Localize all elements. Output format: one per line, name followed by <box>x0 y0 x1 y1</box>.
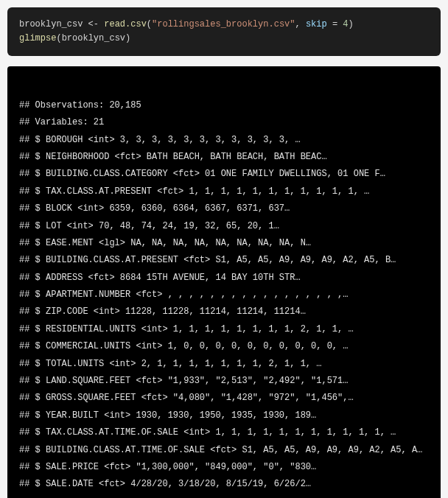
output-line: ## $ GROSS.SQUARE.FEET <fct> "4,080", "1… <box>19 390 429 407</box>
output-line: ## $ TAX.CLASS.AT.PRESENT <fct> 1, 1, 1,… <box>19 183 429 200</box>
output-observations: ## Observations: 20,185 <box>19 97 429 114</box>
output-line: ## $ SALE.PRICE <fct> "1,300,000", "849,… <box>19 459 429 476</box>
console-output-block: ## Observations: 20,185## Variables: 21#… <box>7 66 441 498</box>
output-line: ## $ ZIP.CODE <int> 11228, 11228, 11214,… <box>19 304 429 320</box>
output-line: ## $ TOTAL.UNITS <int> 2, 1, 1, 1, 1, 1,… <box>19 356 429 373</box>
code-input-block: brooklyn_csv <- read.csv("rollingsales_b… <box>7 7 441 56</box>
output-line: ## $ APARTMENT.NUMBER <fct> , , , , , , … <box>19 287 429 304</box>
output-line: ## $ SALE.DATE <fct> 4/28/20, 3/18/20, 8… <box>19 476 429 493</box>
code-line-1: brooklyn_csv <- read.csv("rollingsales_b… <box>19 19 354 29</box>
output-line: ## $ BUILDING.CLASS.AT.TIME.OF.SALE <fct… <box>19 442 429 459</box>
output-line: ## $ LAND.SQUARE.FEET <fct> "1,933", "2,… <box>19 373 429 390</box>
output-line: ## $ EASE.MENT <lgl> NA, NA, NA, NA, NA,… <box>19 235 429 252</box>
output-line: ## $ LOT <int> 70, 48, 74, 24, 19, 32, 6… <box>19 218 429 235</box>
output-line: ## $ RESIDENTIAL.UNITS <int> 1, 1, 1, 1,… <box>19 321 429 338</box>
output-line: ## $ BLOCK <int> 6359, 6360, 6364, 6367,… <box>19 200 429 217</box>
output-line: ## $ BOROUGH <int> 3, 3, 3, 3, 3, 3, 3, … <box>19 132 429 149</box>
code-line-2: glimpse(brooklyn_csv) <box>19 33 130 43</box>
output-line: ## $ BUILDING.CLASS.AT.PRESENT <fct> S1,… <box>19 252 429 269</box>
output-line: ## $ TAX.CLASS.AT.TIME.OF.SALE <int> 1, … <box>19 424 429 441</box>
output-variables: ## Variables: 21 <box>19 114 429 131</box>
output-line: ## $ NEIGHBORHOOD <fct> BATH BEACH, BATH… <box>19 149 429 166</box>
output-line: ## $ BUILDING.CLASS.CATEGORY <fct> 01 ON… <box>19 166 429 183</box>
output-line: ## $ COMMERCIAL.UNITS <int> 1, 0, 0, 0, … <box>19 338 429 355</box>
output-line: ## $ YEAR.BUILT <int> 1930, 1930, 1950, … <box>19 407 429 424</box>
output-line: ## $ ADDRESS <fct> 8684 15TH AVENUE, 14 … <box>19 270 429 287</box>
